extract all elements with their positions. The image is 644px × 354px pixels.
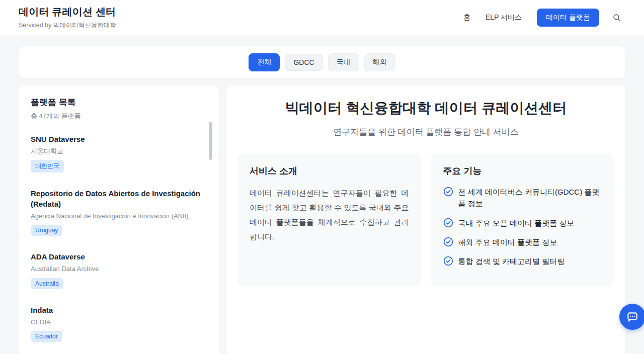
platform-count: 총 47개의 플랫폼	[31, 112, 207, 121]
list-item[interactable]: Repositorio de Datos Abiertos de Investi…	[31, 188, 207, 236]
country-badge: Ecuador	[31, 331, 62, 342]
service-intro-title: 서비스 소개	[250, 165, 409, 177]
main-nav: 홈 ELP 서비스 데이터 플랫폼	[463, 9, 622, 27]
info-cards: 서비스 소개 데이터 큐레이션센터는 연구자들이 필요한 데이터를 쉽게 찾고 …	[237, 153, 614, 287]
platform-list: SNU Dataverse 서울대학교 대한민국 Repositorio de …	[31, 134, 207, 354]
feature-text: 통합 검색 및 카테고리별 필터링	[458, 255, 565, 267]
country-badge: Uruguay	[31, 225, 62, 236]
list-item[interactable]: Indata CEDIA Ecuador	[31, 305, 207, 342]
app-subtitle: Serviced by 빅데이터혁신융합대학	[19, 21, 116, 30]
features-title: 주요 기능	[443, 165, 603, 177]
feature-item: 통합 검색 및 카테고리별 필터링	[443, 255, 603, 267]
list-item[interactable]: SNU Dataverse 서울대학교 대한민국	[31, 134, 207, 172]
nav-home[interactable]: 홈	[463, 13, 470, 22]
chat-button[interactable]	[619, 304, 644, 330]
platform-name: Indata	[31, 305, 207, 315]
platform-org: 서울대학교	[31, 147, 207, 156]
feature-item: 해외 주요 데이터 플랫폼 정보	[443, 236, 603, 248]
filter-domestic[interactable]: 국내	[328, 53, 359, 71]
service-intro-card: 서비스 소개 데이터 큐레이션센터는 연구자들이 필요한 데이터를 쉽게 찾고 …	[237, 153, 421, 287]
service-intro-body: 데이터 큐레이션센터는 연구자들이 필요한 데이터를 쉽게 찾고 활용할 수 있…	[250, 186, 409, 244]
scrollbar-thumb[interactable]	[209, 122, 212, 160]
country-badge: 대한민국	[31, 160, 64, 172]
check-circle-icon	[443, 256, 453, 266]
platform-list-title: 플랫폼 목록	[31, 97, 207, 108]
page-subtitle: 연구자들을 위한 데이터 플랫폼 통합 안내 서비스	[237, 126, 614, 138]
nav-data-platform-button[interactable]: 데이터 플랫폼	[537, 9, 599, 27]
list-item[interactable]: ADA Dataverse Australian Data Archive Au…	[31, 251, 207, 289]
nav-elp-service[interactable]: ELP 서비스	[486, 13, 522, 22]
app-title: 데이터 큐레이션 센터	[19, 5, 116, 19]
platform-list-panel: 플랫폼 목록 총 47개의 플랫폼 SNU Dataverse 서울대학교 대한…	[19, 85, 219, 354]
filter-gdcc[interactable]: GDCC	[285, 54, 323, 71]
page-title: 빅데이터 혁신융합대학 데이터 큐레이션센터	[237, 99, 614, 118]
country-badge: Austraila	[31, 278, 63, 289]
brand: 데이터 큐레이션 센터 Serviced by 빅데이터혁신융합대학	[19, 5, 116, 30]
chat-bubble-icon	[626, 310, 639, 323]
platform-org: Australian Data Archive	[31, 264, 207, 274]
main-panel: 빅데이터 혁신융합대학 데이터 큐레이션센터 연구자들을 위한 데이터 플랫폼 …	[226, 85, 625, 354]
platform-name: Repositorio de Datos Abiertos de Investi…	[31, 188, 207, 209]
content-area: 플랫폼 목록 총 47개의 플랫폼 SNU Dataverse 서울대학교 대한…	[19, 85, 625, 354]
check-circle-icon	[443, 187, 453, 197]
filter-overseas[interactable]: 해외	[364, 53, 395, 71]
feature-text: 국내 주요 오픈 데이터 플랫폼 정보	[458, 217, 575, 229]
check-circle-icon	[443, 237, 453, 247]
search-icon	[612, 13, 621, 22]
filter-all[interactable]: 전체	[249, 53, 280, 71]
platform-org: CEDIA	[31, 318, 207, 327]
filter-bar: 전체 GDCC 국내 해외	[19, 46, 625, 78]
platform-org: Agencia Nacional de Investigacion e Inno…	[31, 212, 207, 221]
platform-name: ADA Dataverse	[31, 251, 207, 262]
feature-text: 해외 주요 데이터 플랫폼 정보	[458, 236, 557, 248]
platform-name: SNU Dataverse	[31, 134, 207, 144]
header: 데이터 큐레이션 센터 Serviced by 빅데이터혁신융합대학 홈 ELP…	[0, 0, 644, 35]
feature-text: 전 세계 데이터버스 커뮤니티(GDCC) 플랫폼 정보	[458, 186, 603, 210]
search-button[interactable]	[611, 12, 622, 23]
feature-item: 전 세계 데이터버스 커뮤니티(GDCC) 플랫폼 정보	[443, 186, 603, 210]
feature-item: 국내 주요 오픈 데이터 플랫폼 정보	[443, 217, 603, 229]
check-circle-icon	[443, 218, 453, 228]
features-card: 주요 기능 전 세계 데이터버스 커뮤니티(GDCC) 플랫폼 정보	[431, 153, 615, 287]
